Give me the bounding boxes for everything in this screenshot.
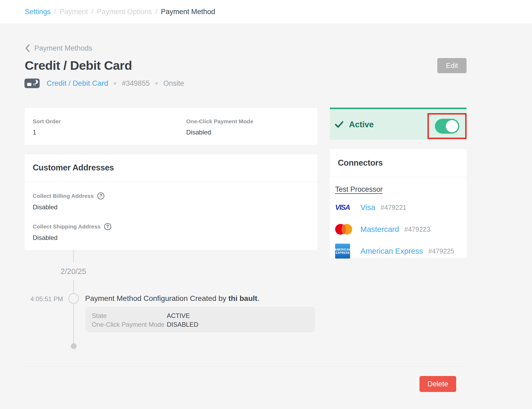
detail-one-click-value: DISABLED: [167, 320, 315, 329]
back-link-label: Payment Methods: [34, 44, 92, 52]
connector-mastercard-id: #479223: [404, 226, 430, 233]
shipping-address-label: Collect Shipping Address: [33, 223, 101, 230]
sort-order-value: 1: [33, 129, 186, 136]
breadcrumb-separator: /: [92, 8, 94, 16]
active-status-label: Active: [349, 120, 374, 129]
timeline-event-details: State ACTIVE One-Click Payment Mode DISA…: [85, 307, 315, 332]
right-column: Active Connectors Test Processor VISA Vi…: [330, 108, 467, 258]
timeline-end-dot: [71, 343, 77, 349]
shipping-address-field: Collect Shipping Address ? Disabled: [33, 223, 309, 242]
connectors-card: Connectors Test Processor VISA Visa #479…: [330, 149, 467, 258]
timeline-event-text: Payment Method Configuration Created by …: [85, 294, 259, 303]
detail-row-state: State ACTIVE: [92, 311, 315, 320]
timeline-line: [73, 250, 74, 262]
visa-logo-icon: VISA: [335, 203, 360, 212]
edit-button[interactable]: Edit: [437, 58, 467, 73]
timeline-event-marker: [68, 293, 79, 304]
bottom-divider: [25, 366, 466, 366]
connectors-header: Connectors: [330, 149, 467, 177]
payment-method-mode: Onsite: [163, 79, 184, 88]
detail-state-value: ACTIVE: [167, 311, 315, 320]
billing-address-value: Disabled: [33, 203, 309, 211]
square-bullet-icon: [155, 82, 158, 85]
one-click-value: Disabled: [186, 129, 309, 136]
timeline-line: [73, 304, 74, 343]
connector-visa-id: #479221: [381, 204, 406, 211]
breadcrumb-separator: /: [54, 8, 56, 16]
detail-row-one-click: One-Click Payment Mode DISABLED: [92, 320, 315, 329]
connector-visa-link[interactable]: Visa: [360, 203, 375, 212]
timeline-event-time: 4:05:51 PM: [21, 295, 63, 303]
annotation-highlight-box: [427, 113, 467, 139]
payment-method-type-link[interactable]: Credit / Debit Card: [47, 79, 108, 88]
page-title: Credit / Debit Card: [25, 58, 132, 73]
billing-address-label: Collect Billing Address: [33, 193, 94, 199]
connector-row-mastercard: Mastercard #479223: [335, 222, 461, 237]
breadcrumb-settings[interactable]: Settings: [25, 8, 51, 16]
breadcrumb-payment-options: Payment Options: [97, 8, 152, 16]
left-column: Sort Order 1 One-Click Payment Mode Disa…: [25, 108, 317, 250]
breadcrumb-separator: /: [155, 8, 157, 16]
overview-card: Sort Order 1 One-Click Payment Mode Disa…: [25, 108, 317, 145]
payment-method-id: #349855: [122, 79, 150, 88]
breadcrumb: Settings / Payment / Payment Options / P…: [0, 0, 532, 24]
sort-order-field: Sort Order 1: [33, 118, 186, 145]
active-toggle[interactable]: [435, 119, 459, 134]
customer-addresses-body: Collect Billing Address ? Disabled Colle…: [25, 182, 317, 252]
chevron-left-icon: [25, 44, 30, 52]
test-processor-link[interactable]: Test Processor: [335, 185, 383, 194]
timeline-line: [73, 280, 74, 293]
delete-button[interactable]: Delete: [419, 376, 456, 392]
content-columns: Sort Order 1 One-Click Payment Mode Disa…: [25, 108, 467, 258]
detail-state-label: State: [92, 311, 167, 320]
connector-amex-link[interactable]: American Express: [360, 247, 423, 256]
connector-mastercard-link[interactable]: Mastercard: [360, 225, 399, 234]
timeline-date: 2/20/25: [47, 267, 100, 276]
connectors-body: Test Processor VISA Visa #479221 Masterc…: [330, 177, 467, 259]
title-row: Credit / Debit Card Edit: [25, 58, 467, 73]
connector-row-visa: VISA Visa #479221: [335, 200, 461, 215]
toggle-knob: [446, 120, 458, 132]
one-click-field: One-Click Payment Mode Disabled: [186, 118, 309, 145]
active-status-panel: Active: [330, 108, 467, 140]
connectors-heading: Connectors: [338, 158, 383, 167]
customer-addresses-heading: Customer Addresses: [33, 163, 114, 172]
help-icon[interactable]: ?: [104, 223, 111, 230]
customer-addresses-header: Customer Addresses: [25, 154, 317, 182]
credit-card-icon: [24, 79, 40, 88]
detail-one-click-label: One-Click Payment Mode: [92, 320, 167, 329]
billing-address-field: Collect Billing Address ? Disabled: [33, 193, 309, 211]
payment-method-summary: Credit / Debit Card #349855 Onsite: [24, 79, 184, 88]
help-icon[interactable]: ?: [97, 193, 104, 199]
square-bullet-icon: [114, 82, 116, 85]
sort-order-label: Sort Order: [33, 118, 186, 125]
back-to-payment-methods-link[interactable]: Payment Methods: [25, 44, 92, 52]
one-click-label: One-Click Payment Mode: [186, 118, 309, 125]
customer-addresses-card: Customer Addresses Collect Billing Addre…: [25, 154, 317, 250]
shipping-address-value: Disabled: [33, 234, 309, 242]
breadcrumb-payment-method: Payment Method: [161, 8, 215, 16]
mastercard-logo-icon: [335, 223, 360, 235]
timeline-event-actor: thi bault: [228, 294, 257, 302]
connector-row-amex: AMERICAN EXPRESS American Express #47922…: [335, 244, 461, 259]
connector-amex-id: #479225: [428, 247, 454, 255]
amex-logo-icon: AMERICAN EXPRESS: [335, 244, 360, 259]
breadcrumb-payment: Payment: [60, 8, 88, 16]
check-icon: [335, 121, 344, 128]
